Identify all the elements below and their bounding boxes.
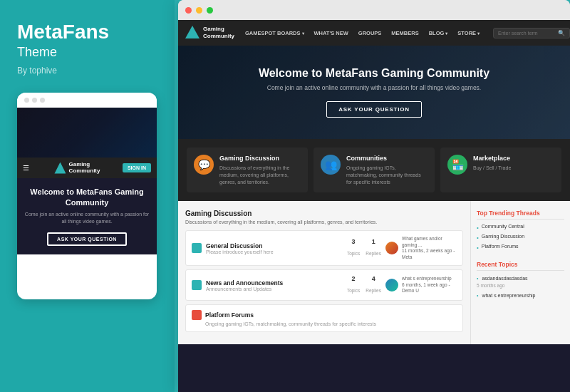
cat-marketplace-title: Marketplace	[473, 155, 511, 162]
mobile-logo-text: Gaming Community	[68, 162, 100, 175]
main-content-area: Gaming Discussion Discussions of everyth…	[178, 201, 570, 344]
brand-subtitle: Theme	[17, 45, 157, 60]
cat-communities-desc: Ongoing gaming IGTs, matchmaking, commun…	[346, 165, 428, 185]
cat-communities-title: Communities	[346, 155, 428, 162]
mobile-ask-button[interactable]: ASK YOUR QUESTION	[47, 232, 127, 246]
bullet-icon-3: •	[477, 244, 479, 251]
mobile-nav-logo: Gaming Community	[54, 162, 100, 175]
content-left: Gaming Discussion Discussions of everyth…	[178, 201, 470, 344]
hero-desc: Come join an active online community wit…	[192, 84, 556, 91]
trending-title: Top Trending Threads	[477, 210, 564, 220]
author-credit: By tophive	[17, 66, 157, 76]
forum-news-topics: 2 Topics	[347, 275, 360, 295]
mobile-logo-icon	[54, 163, 66, 174]
dot-3	[40, 98, 45, 103]
platform-forums-desc: Ongoing gaming IGTs, matchmaking, commun…	[205, 321, 457, 326]
blog-chevron-icon: ▾	[445, 31, 447, 36]
cat-gaming-title: Gaming Discussion	[219, 155, 301, 162]
cat-gaming-desc: Discussions of everything in the medium,…	[219, 165, 301, 185]
forum-general-sub: Please introduce yourself here	[206, 249, 343, 254]
cat-marketplace-info: Marketplace Buy / Sell / Trade	[473, 155, 511, 172]
brand-title: MetaFans	[17, 21, 157, 43]
desktop-nav: Gaming Community GAMESPOT BOARDS ▾ WHAT'…	[178, 20, 570, 46]
recent-title: Recent Topics	[477, 261, 564, 271]
trending-item-1[interactable]: • Community Central	[477, 224, 564, 231]
platform-forums-row[interactable]: Platform Forums Ongoing gaming IGTs, mat…	[185, 304, 463, 332]
platform-forums-name: Platform Forums	[192, 310, 457, 320]
nav-item-gamespot[interactable]: GAMESPOT BOARDS ▾	[243, 30, 306, 36]
cat-card-marketplace[interactable]: 🏪 Marketplace Buy / Sell / Trade	[440, 148, 561, 192]
bullet-icon-2: •	[477, 234, 479, 241]
chevron-down-icon: ▾	[302, 31, 304, 36]
mobile-signin-button[interactable]: SIGN IN	[123, 163, 151, 172]
forum-news-name: News and Announcements	[206, 279, 343, 287]
hamburger-icon[interactable]: ☰	[23, 164, 29, 172]
forum-general-stats: 3 Topics 1 Replies	[347, 238, 381, 258]
bullet-icon-1: •	[477, 225, 479, 231]
forum-general-icon	[192, 243, 202, 253]
mobile-dots	[17, 93, 157, 108]
content-right-sidebar: Top Trending Threads • Community Central…	[470, 201, 570, 344]
forum-news-icon	[192, 280, 202, 290]
forum-general-latest-text: What games and/or gaming ... 11 months, …	[402, 236, 457, 260]
forum-news-stats: 2 Topics 4 Replies	[347, 275, 381, 295]
forum-news-latest-text: what s entrepreneurship 6 months, 1 week…	[402, 276, 457, 294]
trending-threads-block: Top Trending Threads • Community Central…	[477, 210, 564, 251]
dot-2	[32, 98, 37, 103]
hero-title: Welcome to MetaFans Gaming Community	[192, 67, 556, 80]
forum-general-topics: 3 Topics	[347, 238, 360, 258]
forum-row-general[interactable]: General Discussion Please introduce your…	[185, 230, 463, 266]
trending-item-3[interactable]: • Platform Forums	[477, 244, 564, 251]
cat-card-gaming-discussion[interactable]: 💬 Gaming Discussion Discussions of every…	[187, 148, 308, 192]
recent-topic-1[interactable]: • asdandasdasdasdas 5 months ago	[477, 275, 564, 289]
gaming-discussion-section-title: Gaming Discussion	[185, 210, 463, 217]
forum-general-info: General Discussion Please introduce your…	[206, 242, 343, 254]
nav-search-box[interactable]: 🔍	[493, 28, 570, 38]
nav-item-blog[interactable]: BLOG ▾	[427, 30, 450, 36]
communities-icon: 👥	[321, 155, 341, 175]
mobile-preview: ☰ Gaming Community SIGN IN Welcome to Me…	[17, 93, 157, 299]
browser-content: Gaming Community GAMESPOT BOARDS ▾ WHAT'…	[178, 20, 570, 392]
trending-item-2[interactable]: • Gaming Discussion	[477, 234, 564, 241]
search-input[interactable]	[498, 31, 555, 36]
nav-item-groups[interactable]: GROUPS	[356, 30, 384, 36]
browser-window: Gaming Community GAMESPOT BOARDS ▾ WHAT'…	[178, 0, 570, 392]
forum-news-sub: Announcements and Updates	[206, 287, 343, 292]
cat-card-communities[interactable]: 👥 Communities Ongoing gaming IGTs, match…	[314, 148, 435, 192]
nav-logo: Gaming Community	[185, 26, 234, 40]
forum-general-latest: What games and/or gaming ... 11 months, …	[385, 236, 457, 260]
forum-general-avatar	[385, 242, 398, 254]
forum-news-info: News and Announcements Announcements and…	[206, 279, 343, 292]
nav-logo-icon	[185, 26, 200, 40]
forum-row-news[interactable]: News and Announcements Announcements and…	[185, 269, 463, 301]
recent-topics-block: Recent Topics • asdandasdasdasdas 5 mont…	[477, 261, 564, 299]
desktop-hero: Welcome to MetaFans Gaming Community Com…	[178, 46, 570, 139]
mobile-nav: ☰ Gaming Community SIGN IN	[17, 158, 157, 179]
dot-1	[24, 98, 29, 103]
forum-general-name: General Discussion	[206, 242, 343, 249]
mobile-content: Welcome to MetaFans Gaming Community Com…	[17, 178, 157, 254]
nav-item-store[interactable]: STORE ▾	[455, 30, 482, 36]
browser-minimize-dot[interactable]	[196, 7, 202, 14]
cat-marketplace-desc: Buy / Sell / Trade	[473, 165, 511, 172]
nav-item-whats-new[interactable]: WHAT'S NEW	[312, 30, 351, 36]
search-icon: 🔍	[558, 30, 565, 36]
cat-gaming-info: Gaming Discussion Discussions of everyth…	[219, 155, 301, 185]
platform-forums-icon	[192, 310, 202, 320]
logo-triangle	[185, 26, 200, 38]
forum-news-replies: 4 Replies	[366, 275, 381, 295]
hero-cta-button[interactable]: ASK YOUR QUESTION	[326, 101, 422, 118]
category-row: 💬 Gaming Discussion Discussions of every…	[178, 139, 570, 201]
mobile-hero-image	[17, 108, 157, 158]
browser-close-dot[interactable]	[185, 7, 192, 14]
cat-communities-info: Communities Ongoing gaming IGTs, matchma…	[346, 155, 428, 185]
mobile-welcome-text: Welcome to MetaFans Gaming Community	[24, 187, 150, 207]
forum-general-replies: 1 Replies	[366, 238, 381, 258]
nav-logo-text: Gaming Community	[203, 26, 234, 39]
nav-item-members[interactable]: MEMBERS	[389, 30, 420, 36]
browser-maximize-dot[interactable]	[207, 7, 213, 14]
browser-titlebar	[178, 0, 570, 20]
mobile-desc-text: Come join an active online community wit…	[24, 211, 150, 225]
gaming-discussion-icon: 💬	[194, 155, 214, 175]
recent-topic-2[interactable]: • what s entrepreneurship	[477, 292, 564, 299]
